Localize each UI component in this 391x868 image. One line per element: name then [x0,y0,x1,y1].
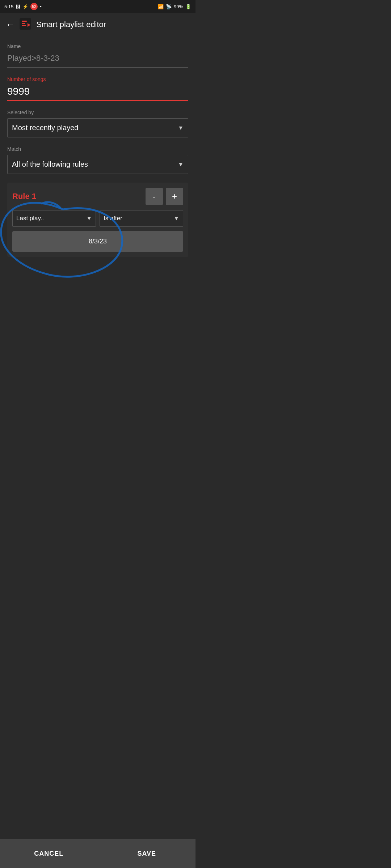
svg-rect-0 [20,18,31,30]
page-title: Smart playlist editor [36,20,106,29]
name-section: Name Played>8-3-23 [7,43,188,68]
app-icon [20,18,31,31]
status-time: 5:15 [4,4,13,9]
selected-by-value: Most recently played [12,124,78,132]
date-button[interactable]: 8/3/23 [12,231,183,252]
status-bar: 5:15 🖼 ⚡ 52 • 📶 📡 99% 🔋 [0,0,196,13]
selected-by-dropdown-container: Most recently played ▼ [7,118,188,137]
match-value: All of the following rules [12,160,88,169]
rule-condition-dropdown[interactable]: Last play.. ▼ [12,210,96,227]
selected-by-section: Selected by Most recently played ▼ [7,110,188,137]
match-label: Match [7,146,188,152]
rule-1-title: Rule 1 [12,192,36,201]
date-button-container: 8/3/23 [12,231,183,252]
songs-input[interactable] [7,84,188,99]
add-rule-button[interactable]: + [166,188,183,205]
remove-rule-button[interactable]: - [146,188,163,205]
match-section: Match All of the following rules ▼ [7,146,188,174]
rule-buttons: - + [146,188,183,205]
name-underline [7,67,188,68]
photo-icon: 🖼 [16,4,20,9]
lightning-icon: ⚡ [22,4,28,9]
selected-by-dropdown[interactable]: Most recently played ▼ [7,118,188,137]
songs-label: Number of songs [7,76,188,82]
name-label: Name [7,43,188,49]
match-arrow: ▼ [178,161,184,168]
battery-text: 99% [174,4,183,9]
svg-rect-2 [22,23,25,24]
toolbar: ← Smart playlist editor [0,13,196,36]
status-left: 5:15 🖼 ⚡ 52 • [4,3,42,10]
svg-rect-3 [22,25,26,26]
status-right: 📶 📡 99% 🔋 [158,4,191,9]
rule-condition-arrow: ▼ [86,215,92,222]
rule-operator-arrow: ▼ [173,215,179,222]
selected-by-label: Selected by [7,110,188,115]
rule-1-header: Rule 1 - + [12,188,183,205]
rule-1-section: Rule 1 - + Last play.. ▼ Is after ▼ 8/3/… [7,183,188,257]
name-value[interactable]: Played>8-3-23 [7,51,188,65]
battery-icon: 🔋 [185,4,191,9]
songs-section: Number of songs [7,76,188,101]
match-dropdown-container: All of the following rules ▼ [7,155,188,174]
dot-icon: • [40,4,42,9]
songs-underline [7,100,188,101]
notification-badge: 52 [30,3,38,10]
main-content: Name Played>8-3-23 Number of songs Selec… [0,36,196,293]
rule-operator-value: Is after [104,215,122,222]
rule-condition-value: Last play.. [16,215,44,222]
sim-icon: 📶 [158,4,164,9]
svg-rect-1 [22,21,27,22]
rule-operator-dropdown[interactable]: Is after ▼ [100,210,183,227]
wifi-icon: 📡 [166,4,172,9]
match-dropdown[interactable]: All of the following rules ▼ [7,155,188,174]
rule-1-conditions-row: Last play.. ▼ Is after ▼ [12,210,183,227]
selected-by-arrow: ▼ [178,125,184,131]
back-button[interactable]: ← [6,20,14,30]
